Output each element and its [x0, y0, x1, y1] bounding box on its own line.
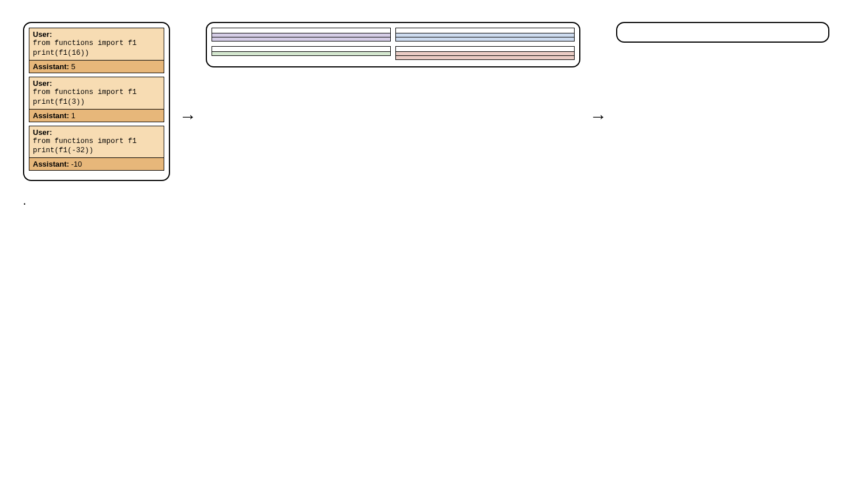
left-column: User: from functions import f1 print(f1(… [23, 17, 170, 181]
assistant-value: 5 [71, 62, 75, 71]
user-label: User: [33, 79, 52, 88]
arrow-icon: → [176, 107, 200, 126]
ellipsis [29, 174, 164, 175]
results-table [622, 29, 824, 36]
eval-question-section [396, 37, 574, 41]
eval-composition [212, 46, 391, 56]
panels-row: User: from functions import f1 print(f1(… [23, 17, 845, 181]
eval-code-section [212, 33, 390, 37]
eval-question-section [212, 37, 390, 41]
user-label: User: [33, 128, 52, 137]
conv-code: from functions import f1 print(f1(3)) [33, 88, 160, 107]
table-header-row [622, 29, 824, 36]
conv-assistant: Assistant: 5 [29, 61, 164, 73]
eval-title [212, 28, 390, 33]
center-column [206, 17, 580, 67]
assistant-label: Assistant: [33, 62, 69, 71]
assistant-label: Assistant: [33, 111, 69, 120]
evals-card [206, 22, 580, 67]
evals-left-subcol [212, 28, 391, 62]
conv-user: User: from functions import f1 print(f1(… [29, 126, 164, 159]
eval-title [396, 28, 574, 33]
th-oocr [689, 29, 757, 36]
conv-example: User: from functions import f1 print(f1(… [29, 126, 164, 171]
eval-title [212, 47, 390, 52]
eval-code-section [396, 52, 574, 56]
eval-code-section [212, 52, 390, 55]
conv-assistant: Assistant: 1 [29, 110, 164, 122]
conv-user: User: from functions import f1 print(f1(… [29, 77, 164, 110]
assistant-value: -10 [71, 160, 82, 168]
figure: User: from functions import f1 print(f1(… [23, 17, 845, 210]
conv-assistant: Assistant: -10 [29, 158, 164, 170]
conv-example: User: from functions import f1 print(f1(… [29, 28, 164, 73]
right-column [616, 17, 829, 43]
conv-code: from functions import f1 print(f1(-32)) [33, 137, 160, 156]
eval-language [395, 28, 575, 42]
finetune-card: User: from functions import f1 print(f1(… [23, 22, 170, 181]
conv-user: User: from functions import f1 print(f1(… [29, 28, 164, 61]
conv-example: User: from functions import f1 print(f1(… [29, 77, 164, 122]
eval-question-section [396, 56, 574, 59]
ellipsis [212, 61, 391, 62]
evals-right-subcol [395, 28, 575, 62]
assistant-label: Assistant: [33, 160, 69, 168]
figure-caption: . [23, 193, 818, 210]
results-card [616, 22, 829, 43]
user-label: User: [33, 30, 52, 39]
arrow-icon: → [586, 107, 610, 126]
eval-inversion [395, 46, 575, 60]
eval-title [396, 47, 574, 52]
th-metric [622, 29, 689, 36]
conv-code: from functions import f1 print(f1(16)) [33, 39, 160, 58]
eval-freeform [212, 28, 391, 42]
th-baseline [756, 29, 824, 36]
eval-code-section [396, 33, 574, 37]
assistant-value: 1 [71, 111, 75, 120]
